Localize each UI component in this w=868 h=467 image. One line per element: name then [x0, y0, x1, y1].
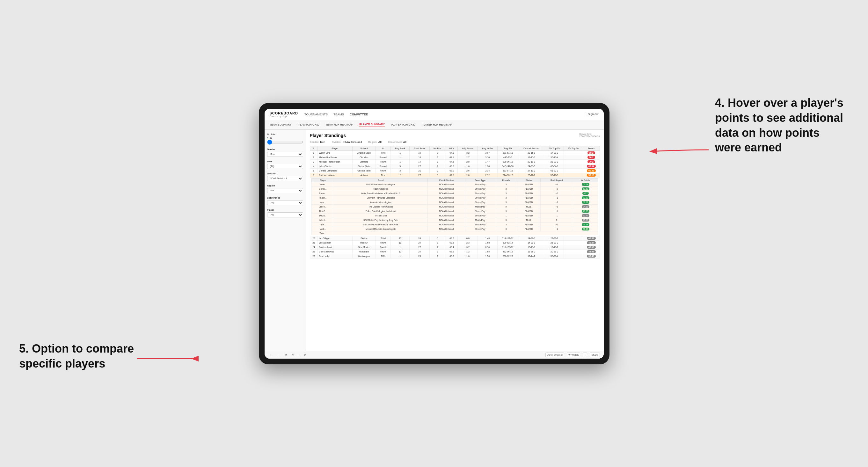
- vs25: 19-16-2: [545, 245, 564, 249]
- points[interactable]: 58.18: [583, 173, 599, 177]
- no-rds-slider[interactable]: [267, 139, 303, 145]
- table-header: # Player School Yr Reg Rank Conf Rank No…: [310, 146, 599, 151]
- vs50: [564, 151, 583, 155]
- share-button[interactable]: Share: [590, 352, 599, 357]
- gender-select[interactable]: Men: [267, 152, 303, 157]
- tt-col-event: Event: [334, 178, 428, 182]
- col-school: School: [352, 146, 375, 151]
- yr: Fourth: [376, 249, 391, 254]
- tt-row: Mattt... Mirabeel Maui Jim Intercollegia…: [311, 227, 598, 231]
- avg-sg: 208-06-13: [498, 159, 518, 164]
- sub-nav-player-summary[interactable]: PLAYER SUMMARY: [359, 122, 385, 127]
- rank: 26: [310, 254, 317, 258]
- conf-rank: 27: [410, 173, 430, 177]
- tt-points[interactable]: 66.40: [573, 227, 598, 231]
- refresh-button[interactable]: ↺: [284, 353, 288, 357]
- tt-points[interactable]: 56.18: [573, 222, 598, 227]
- sub-nav-team-summary[interactable]: TEAM SUMMARY: [270, 122, 292, 127]
- no-rds: 0: [430, 240, 446, 245]
- points[interactable]: 68.34: [583, 164, 599, 168]
- tt-division: NCAA Division I: [428, 182, 465, 186]
- tt-player: Brenn...: [311, 191, 334, 195]
- tt-division: NCAA Division I: [428, 209, 465, 213]
- sub-nav-team-h2h-grid[interactable]: TEAM H2H GRID: [298, 122, 319, 127]
- forward-button[interactable]: →: [276, 353, 281, 357]
- filter-division-label: Division:: [332, 141, 341, 144]
- download-button[interactable]: ↓: [583, 352, 587, 357]
- rank: 22: [310, 236, 317, 240]
- watch-button[interactable]: 👁 Watch: [567, 352, 580, 357]
- rank: 1: [310, 151, 317, 155]
- copy-button[interactable]: ⧉: [291, 352, 296, 357]
- tt-division: NCAA Division I: [428, 186, 465, 191]
- points[interactable]: 40.02: [583, 245, 599, 249]
- points[interactable]: 38.95: [583, 249, 599, 254]
- region-select[interactable]: N/A: [267, 188, 303, 193]
- logo-main: SCOREBOARD: [270, 111, 298, 115]
- sub-nav-player-h2h-grid[interactable]: PLAYER H2H GRID: [391, 122, 415, 127]
- wins: 68.9: [446, 249, 458, 254]
- sidebar-year-label: Year: [267, 160, 303, 163]
- tt-points[interactable]: 53.60: [573, 186, 598, 191]
- view-original-button[interactable]: View: Original: [546, 352, 564, 357]
- tt-type: Stroke Play: [465, 222, 495, 227]
- filter-gender: Gender: Men: [310, 141, 326, 144]
- points[interactable]: 40.58: [583, 236, 599, 240]
- tt-type: Stroke Play: [465, 186, 495, 191]
- tt-status: NULL: [517, 204, 540, 209]
- points[interactable]: 60.49: [583, 168, 599, 173]
- tt-points[interactable]: 24.11: [573, 204, 598, 209]
- tablet-device: SCOREBOARD Powered by clippi TOURNAMENTS…: [259, 103, 610, 364]
- tt-points[interactable]: 25.98: [573, 218, 598, 222]
- table-header-row: Player Standings Update time: 27/01/2024…: [310, 133, 600, 138]
- sidebar-region: Region N/A: [267, 184, 303, 193]
- points[interactable]: 76.2: [583, 155, 599, 159]
- vs25: 61-20-3: [545, 168, 564, 173]
- tt-points[interactable]: 73.33: [573, 195, 598, 200]
- sub-nav-team-h2h-heatmap[interactable]: TEAM H2H HEATMAP: [326, 122, 353, 127]
- wins: 67.5: [446, 159, 458, 164]
- tt-rank: +0: [540, 222, 573, 227]
- tt-rounds: 3: [495, 195, 517, 200]
- vs25: 20-36-2: [545, 249, 564, 254]
- points[interactable]: 38.49: [583, 254, 599, 258]
- tt-points[interactable]: 46.7: [573, 191, 598, 195]
- player-select[interactable]: (All): [267, 212, 303, 217]
- tt-points[interactable]: 30.47: [573, 213, 598, 218]
- vs25: 35-16-4: [545, 155, 564, 159]
- sidebar-year: Year (All): [267, 160, 303, 169]
- tt-points[interactable]: 48.50: [573, 209, 598, 213]
- points[interactable]: 88.2: [583, 151, 599, 155]
- sign-out-label[interactable]: Sign out: [588, 113, 598, 116]
- points[interactable]: 40.27: [583, 240, 599, 245]
- table-row: 25 Cole Sherwood Vanderbilt Fourth 12 24…: [310, 249, 599, 254]
- nav-teams[interactable]: TEAMS: [334, 112, 344, 117]
- points[interactable]: 70.2: [583, 159, 599, 164]
- conf-rank: 27: [410, 164, 430, 168]
- to-par: 3.10: [477, 155, 498, 159]
- sidebar: No Rds. 4 52 Gender Men Y: [265, 130, 306, 351]
- tt-points[interactable]: 57.57: [573, 200, 598, 204]
- wins: 68.2: [446, 164, 458, 168]
- timer-button[interactable]: ⏱: [302, 353, 307, 357]
- tt-division: NCAA Division I: [428, 195, 465, 200]
- nav-committee[interactable]: COMMITTEE: [350, 112, 368, 117]
- tt-rounds: 3: [495, 191, 517, 195]
- tt-status: PLAYED: [517, 200, 540, 204]
- to-par: 2.34: [477, 168, 498, 173]
- to-par: 3.07: [477, 151, 498, 155]
- overall: 13-38-2: [518, 249, 545, 254]
- tt-player: Jake I...: [311, 204, 334, 209]
- tt-player: Mattt...: [311, 227, 334, 231]
- tt-empty: [334, 231, 598, 235]
- nav-tournaments[interactable]: TOURNAMENTS: [304, 112, 328, 117]
- year-select[interactable]: (All): [267, 164, 303, 169]
- overall: 19-11-1: [518, 155, 545, 159]
- tt-points[interactable]: 63.64: [573, 182, 598, 186]
- sub-nav-player-h2h-heatmap[interactable]: PLAYER H2H HEATMAP: [422, 122, 452, 127]
- back-button[interactable]: ←: [269, 353, 274, 357]
- logo-sub: Powered by clippi: [270, 115, 298, 117]
- tt-type: Stroke Play: [465, 191, 495, 195]
- division-select[interactable]: NCAA Division I: [267, 176, 303, 181]
- conference-select[interactable]: (All): [267, 200, 303, 205]
